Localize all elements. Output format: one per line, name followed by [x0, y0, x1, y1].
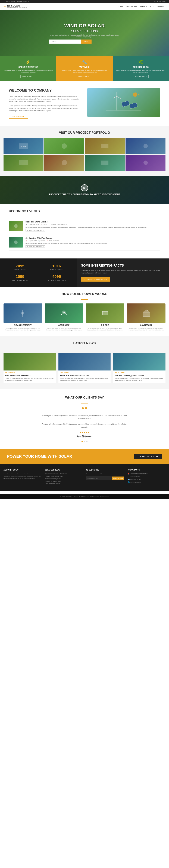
event-placeholder-2 — [9, 237, 23, 248]
portfolio-item[interactable] — [3, 155, 43, 170]
logo-subtitle: SOLAR ENERGY SOLUTIONS — [7, 7, 27, 9]
news-divider — [81, 349, 88, 349]
quote-open-icon: ❝❝ — [14, 406, 155, 412]
great-experience-title: GREAT EXPERIENCE — [3, 66, 54, 68]
event-title-2: An Evening With Paul Farmer — [26, 237, 108, 239]
news-section: LATEST NEWS SOLAR ENERGY How Solar Panel… — [0, 336, 169, 389]
portfolio-item[interactable] — [126, 138, 166, 154]
welcome-text-content: WELCOME TO COMPANY Lorem ipsum dolor sit… — [9, 88, 82, 118]
phone-icon: 📞 — [128, 476, 130, 477]
news-card-2[interactable]: WIND ENERGY Power The World with Around … — [58, 353, 111, 383]
main-navigation: ☀ ET SOLAR SOLAR ENERGY SOLUTIONS HOME W… — [0, 3, 169, 10]
linkedin-icon[interactable]: in — [160, 1, 161, 2]
facebook-icon[interactable]: f — [154, 1, 155, 2]
cta-products-store-button[interactable]: OUR PRODUCTS STORE — [134, 454, 162, 459]
event-meta-2: 📅 6 August 2018 🕐 8:00am 📍 Town referenc… — [26, 240, 108, 242]
nav-contact[interactable]: CONTACT — [157, 5, 166, 7]
svg-rect-18 — [19, 160, 28, 165]
google-plus-icon[interactable]: g+ — [157, 1, 159, 2]
testimonial-quote-2: Fugiatur sit dolor et ipsum, Vestibulum … — [41, 423, 128, 429]
portfolio-item[interactable] — [85, 138, 125, 154]
testimonial-dot-2[interactable] — [84, 441, 85, 442]
how-solar-works-section: HOW SOLAR POWER WORKS CLEAN ELECTRICITY … — [0, 287, 169, 336]
portfolio-item[interactable]: SOLAR — [3, 138, 43, 154]
portfolio-img-4 — [126, 138, 166, 154]
hero-description: Lorem ipsum dolor sit amet, consectetur … — [49, 34, 120, 38]
footer-phone-text: +1 800 123-4567 — [130, 476, 141, 477]
pinterest-icon[interactable]: p — [162, 1, 163, 2]
great-experience-link[interactable]: MORE DETAILS → — [20, 75, 36, 78]
email-info: info@etsolar.com — [17, 1, 29, 2]
portfolio-item[interactable] — [44, 138, 84, 154]
event-details-link-1[interactable]: DETAILS OF OUR EVENTS → — [26, 229, 45, 231]
stats-description: Lorem ipsum dolor sit amet consectetur a… — [81, 269, 165, 274]
stat-water-treatment-number: 1095 — [3, 274, 37, 279]
svg-point-17 — [143, 144, 148, 148]
testimonial-dots — [14, 441, 155, 442]
news-tag-3: SOLAR ENERGY — [115, 372, 164, 373]
footer-contacts-title: 03 CONTACTS — [128, 469, 166, 471]
solar-placeholder-3 — [86, 304, 124, 323]
news-card-body-2: WIND ENERGY Power The World with Around … — [58, 371, 111, 383]
stats-recent-projects-button[interactable]: SEE OUR RECENT PROJECTS — [81, 277, 110, 282]
svg-line-4 — [117, 96, 121, 98]
subscribe-email-input[interactable] — [86, 476, 112, 480]
solar-img-get-it-back — [45, 304, 83, 323]
event-details-link-2[interactable]: DETAILS OF OUR EVENTS → — [26, 245, 45, 248]
stat-water-treatment-label: WATER TREATMENT — [3, 279, 37, 281]
solar-item-desc-4: Lorem ipsum dolor sit amet, consectetur … — [127, 327, 166, 331]
stat-wind-turbines-label: WIND TURBINES — [40, 269, 73, 271]
footer-news-link-4[interactable]: Your site so readers know — [45, 480, 83, 482]
portfolio-img-8 — [126, 155, 166, 170]
portfolio-item[interactable] — [85, 155, 125, 170]
solar-item-desc-1: Lorem ipsum dolor sit amet, consectetur … — [3, 327, 42, 331]
welcome-solar-visual — [87, 88, 160, 117]
top-bar: +1 800 123-4567 info@etsolar.com f t g+ … — [0, 0, 169, 3]
nav-home[interactable]: HOME — [118, 5, 123, 7]
rss-icon[interactable]: rss — [163, 1, 166, 2]
feature-card-technologies: 🌿 TECHNOLOGIES Lorem ipsum dolor sit ame… — [113, 56, 169, 81]
feature-card-fast-work: 🔧 FAST WORK More DETAILS # Lorem ipsum d… — [56, 56, 113, 81]
svg-point-21 — [143, 160, 148, 165]
welcome-find-out-more-button[interactable]: FIND OUT MORE › — [9, 114, 28, 119]
fast-work-link[interactable]: MORE DETAILS → — [77, 75, 92, 78]
nav-blog[interactable]: BLOG — [150, 5, 155, 7]
svg-marker-32 — [143, 310, 150, 312]
hero-search-button[interactable]: Search — [81, 39, 91, 43]
stats-numbers: 7095 SOLAR PANELS 1016 WIND TURBINES 109… — [0, 258, 77, 287]
svg-point-19 — [61, 160, 67, 165]
hero-section: WIND OR SOLAR SOLAR SOLUTIONS Lorem ipsu… — [0, 10, 169, 56]
footer-news-link-5[interactable]: More about what you do — [45, 483, 83, 485]
subscribe-button[interactable]: Subscribe Now — [112, 476, 124, 480]
portfolio-img-7 — [85, 155, 125, 170]
news-card-1[interactable]: SOLAR ENERGY How Solar Panels Really Wor… — [3, 353, 56, 383]
testimonial-dot-1[interactable] — [82, 441, 83, 442]
nav-events[interactable]: EVENTS — [140, 5, 147, 7]
footer-about-title: ABOUT ET SOLAR — [3, 469, 41, 471]
news-card-3[interactable]: SOLAR ENERGY Harness The Energy From The… — [113, 353, 166, 383]
stat-solar-panels: 7095 SOLAR PANELS — [3, 264, 37, 271]
twitter-icon[interactable]: t — [156, 1, 156, 2]
footer-news-link-1[interactable]: This is an example of a WordPress — [45, 473, 83, 474]
event-item-2: An Evening With Paul Farmer 📅 6 August 2… — [9, 237, 160, 250]
technologies-desc: Lorem ipsum dolor sit amet, consectetur … — [115, 69, 166, 73]
site-logo[interactable]: ☀ ET SOLAR SOLAR ENERGY SOLUTIONS — [3, 4, 27, 9]
nav-who[interactable]: WHO WE ARE — [126, 5, 137, 7]
portfolio-item[interactable] — [126, 155, 166, 170]
footer-news-link-3[interactable]: Information about yourself — [45, 478, 83, 479]
news-tag-2: WIND ENERGY — [60, 372, 109, 373]
technologies-icon: 🌿 — [115, 60, 166, 65]
technologies-link[interactable]: MORE DETAILS → — [133, 75, 149, 78]
footer-news-link-2[interactable]: Post you could edit this to put — [45, 475, 83, 477]
play-video-button[interactable]: ▶ — [81, 184, 88, 191]
event-title-1: Make The World Greener — [26, 221, 146, 223]
stat-solar-panels-label: SOLAR PANELS — [3, 269, 37, 271]
copyright-text: © 2018 ET SOLAR. ALL RIGHTS RESERVED. PO… — [60, 496, 109, 497]
hero-search-input[interactable] — [49, 39, 81, 43]
testimonial-dot-3[interactable] — [86, 441, 87, 442]
portfolio-item[interactable] — [44, 155, 84, 170]
video-caption: PRODUCE YOUR OWN CLEAN ENERGY TO SAVE TH… — [49, 193, 120, 196]
news-title: LATEST NEWS — [3, 342, 166, 345]
news-card-desc-1: This is an example of a WordPress post, … — [5, 377, 54, 381]
footer-contact-email: 📧 info@etsolar.com — [128, 478, 166, 480]
